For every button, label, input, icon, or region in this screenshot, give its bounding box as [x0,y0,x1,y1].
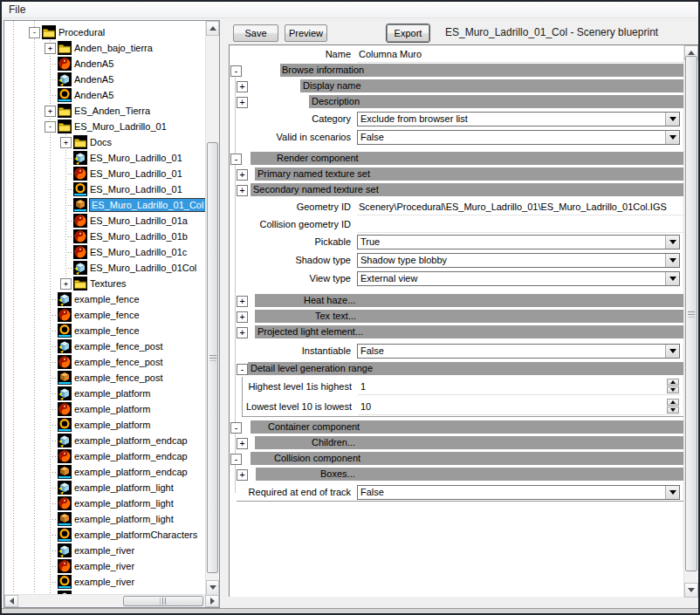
section-header[interactable]: +Description [230,95,683,110]
expand-toggle[interactable]: + [237,311,248,323]
tree-item[interactable]: ES_Muro_Ladrillo_01c [4,244,206,260]
collapse-toggle[interactable]: - [237,364,248,375]
tree-item[interactable]: ES_Muro_Ladrillo_01 [4,150,206,166]
tree-vscroll-thumb[interactable] [207,142,218,573]
tree-item-label[interactable]: ES_Muro_Ladrillo_01 [90,167,182,180]
expand-toggle[interactable]: + [237,469,248,481]
tree-item[interactable]: + Anden_bajo_tierra [4,40,206,56]
section-header-bar[interactable]: Render component [250,152,683,165]
tree-item-label[interactable]: ES_Muro_Ladrillo_01a [90,215,188,227]
expand-toggle[interactable]: + [237,97,248,108]
grid-vscroll-thumb[interactable] [685,56,697,571]
spinner-down-button[interactable] [667,386,679,393]
section-header[interactable]: +Boxes... [230,468,683,482]
tree-item-label[interactable]: Anden_bajo_tierra [74,42,153,54]
tree-item[interactable]: example_fence [4,307,206,323]
export-button[interactable]: Export [387,24,429,42]
tree-item-label[interactable]: example_platform_endcap [74,450,188,462]
tree-item[interactable]: example_platform_endcap [4,464,206,480]
collapse-toggle[interactable]: - [45,121,56,133]
dropdown-field[interactable]: False [357,344,680,359]
tree-item-label[interactable]: example_river [74,576,134,588]
expand-toggle[interactable]: + [237,81,248,92]
property-text-value[interactable]: Scenery\Procedural\ES_Muro_Ladrillo_01\E… [357,198,683,215]
tree-item-label[interactable]: example_fence_post [74,340,163,352]
tree-horizontal-scrollbar[interactable] [4,594,219,607]
tree-item-label[interactable]: Procedural [58,26,105,38]
tree-item-label[interactable]: example_platform [74,387,150,400]
tree-item-label[interactable]: example_fence [74,309,140,321]
save-button[interactable]: Save [233,24,278,42]
section-header[interactable]: -Container component [230,420,683,435]
collapse-toggle[interactable]: - [230,154,242,165]
tree-item-label[interactable]: ES_Anden_Tierra [74,105,150,117]
tree-item-label[interactable]: ES_Muro_Ladrillo_01 [90,183,182,195]
section-header-bar[interactable]: Heat haze... [255,294,683,307]
section-header-bar[interactable]: Collision component [250,452,683,465]
tree-hscroll-thumb[interactable] [123,596,203,606]
expand-toggle[interactable]: + [45,43,56,54]
preview-button[interactable]: Preview [285,24,327,42]
section-header-bar[interactable]: Primary named texture set [255,167,683,181]
tree-item[interactable]: example_river [4,543,206,558]
number-field[interactable]: 10 [358,398,681,415]
expand-toggle[interactable]: + [237,296,248,307]
tree-item[interactable]: example_fence_post [4,370,206,386]
number-value[interactable]: 1 [358,378,681,395]
section-header-bar[interactable]: Display name [300,79,683,92]
tree-item[interactable]: example_platform [4,386,206,401]
tree-item[interactable]: ES_Muro_Ladrillo_01 [4,166,206,181]
dropdown-button[interactable] [665,254,679,267]
spinner-up-button[interactable] [667,399,679,406]
tree-item[interactable]: example_fence [4,323,206,338]
expand-toggle[interactable]: + [237,185,248,196]
expand-toggle[interactable]: + [237,327,248,338]
spinner-down-button[interactable] [667,407,679,413]
tree-item-label[interactable]: example_river [74,544,134,557]
expand-toggle[interactable]: + [60,278,72,290]
section-header-bar[interactable]: Container component [250,420,683,434]
section-header[interactable]: +Projected light element... [230,325,683,340]
tree-item[interactable]: example_platform_light [4,480,206,495]
section-header-bar[interactable]: Secondary named texture set [250,183,683,196]
expand-toggle[interactable]: + [60,137,72,148]
tree-item[interactable]: example_platformCharacters [4,527,206,543]
section-header-bar[interactable]: Children... [255,436,683,449]
tree-item-label[interactable]: ES_Muro_Ladrillo_01 [90,152,182,164]
scroll-right-button[interactable] [205,595,219,607]
tree-item[interactable]: example_fence_post [4,354,206,370]
expand-toggle[interactable]: + [45,106,56,117]
section-header-bar[interactable]: Tex text... [255,310,683,323]
dropdown-button[interactable] [665,486,679,499]
tree-item[interactable]: ES_Muro_Ladrillo_01Col [4,260,206,276]
dropdown-field[interactable]: False [357,130,680,145]
tree-item[interactable]: example_platform [4,417,206,433]
tree-item[interactable]: AndenA5 [4,87,206,103]
tree-item[interactable]: AndenA5 [4,56,206,72]
tree-item-label-selected[interactable]: ES_Muro_Ladrillo_01_Col [90,199,206,211]
expand-toggle[interactable]: + [237,169,248,181]
tree-item-label[interactable]: example_platform_light [74,513,174,525]
tree-item-label[interactable]: example_fence_post [74,356,163,368]
section-header-bar[interactable]: Browse information [280,64,683,77]
tree-item-label[interactable]: ES_Muro_Ladrillo_01Col [90,262,196,274]
dropdown-button[interactable] [665,236,679,249]
dropdown-field[interactable]: Exclude from browser list [357,112,680,126]
number-field[interactable]: 1 [358,378,681,395]
tree-item-label[interactable]: example_platform [74,419,150,431]
section-header-bar[interactable]: Description [309,95,683,108]
section-header[interactable]: -Detail level generation range [230,362,683,377]
section-header[interactable]: +Display name [230,79,683,94]
tree-item-label[interactable]: example_platform_endcap [74,434,188,447]
menu-file[interactable]: File [2,3,32,16]
dropdown-field[interactable]: False [357,485,680,500]
tree-item-label[interactable]: AndenA5 [74,73,113,85]
section-header[interactable]: +Children... [230,436,683,451]
tree-item-label[interactable]: AndenA5 [74,58,113,70]
dropdown-button[interactable] [665,272,679,285]
number-value[interactable]: 10 [358,398,681,415]
section-header-bar[interactable]: Projected light element... [255,325,683,338]
scroll-left-button[interactable] [4,595,18,607]
tree-item-label[interactable]: Textures [90,277,127,290]
tree-item[interactable]: AndenA5 [4,72,206,87]
